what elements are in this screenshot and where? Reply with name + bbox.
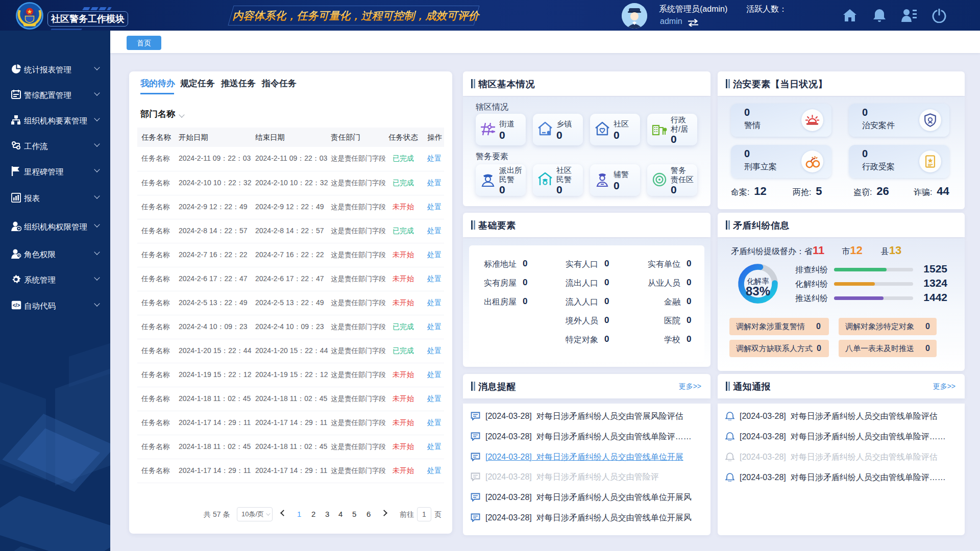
svg-text:</>: </>: [13, 303, 20, 308]
svg-text:83%: 83%: [746, 284, 770, 298]
